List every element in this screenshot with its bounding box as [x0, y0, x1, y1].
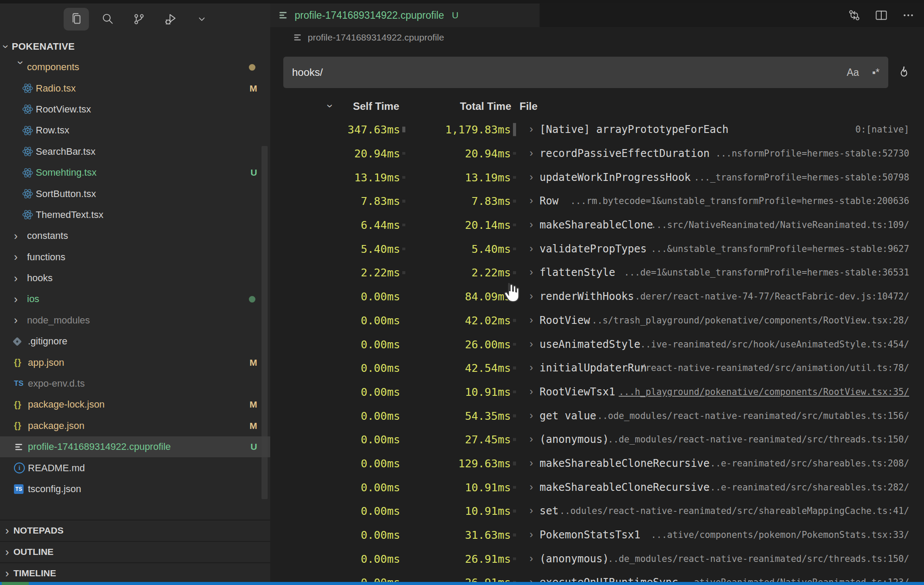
- expand-chevron-icon[interactable]: ›: [530, 385, 533, 398]
- more-views-chevron-icon[interactable]: [189, 8, 214, 31]
- split-editor-icon[interactable]: [872, 6, 891, 25]
- expand-chevron-icon[interactable]: ›: [530, 242, 533, 255]
- filter-input[interactable]: hooks/ Aa ▪*: [283, 57, 888, 88]
- tree-item[interactable]: profile-1741689314922.cpuprofile U: [0, 436, 270, 457]
- profile-row[interactable]: 13.19ms 13.19ms › updateWorkInProgressHo…: [270, 165, 924, 189]
- expand-chevron-icon[interactable]: ›: [530, 504, 533, 517]
- expand-chevron-icon[interactable]: ›: [530, 290, 533, 302]
- tree-item[interactable]: RootView.tsx: [0, 99, 270, 120]
- open-changes-icon[interactable]: [845, 6, 864, 25]
- expand-chevron-icon[interactable]: ›: [530, 457, 533, 469]
- expand-chevron-icon[interactable]: ›: [530, 481, 533, 493]
- tree-item[interactable]: › node_modules: [0, 310, 270, 331]
- expand-chevron-icon[interactable]: ›: [530, 361, 533, 374]
- explorer-icon[interactable]: [64, 8, 89, 31]
- file-location-link[interactable]: 0:[native]: [856, 124, 909, 135]
- profile-row[interactable]: 0.00ms 10.91ms › makeShareableCloneRecur…: [270, 475, 924, 499]
- column-file[interactable]: File: [520, 100, 537, 112]
- expand-chevron-icon[interactable]: ›: [530, 123, 533, 135]
- file-location-link[interactable]: ...ode_modules/react-native-reanimated/s…: [592, 411, 909, 421]
- profile-row[interactable]: 2.22ms 2.22ms › flattenStyle ...de=1&uns…: [270, 261, 924, 285]
- match-case-icon[interactable]: Aa: [847, 67, 859, 78]
- expand-chevron-icon[interactable]: ›: [530, 266, 533, 278]
- panel-notepads[interactable]: › NOTEPADS: [0, 520, 270, 540]
- file-location-link[interactable]: ...odules/react-native-reanimated/src/sh…: [554, 506, 909, 516]
- breadcrumb[interactable]: profile-1741689314922.cpuprofile: [270, 27, 924, 48]
- file-location-link[interactable]: ...src/NativeReanimated/NativeReanimated…: [651, 220, 909, 230]
- profile-row[interactable]: 0.00ms 10.91ms › RootViewTsx1 ...h_playg…: [270, 380, 924, 404]
- tree-item[interactable]: › functions: [0, 247, 270, 268]
- file-location-link[interactable]: .../react-native-reanimated/src/animatio…: [624, 363, 909, 373]
- profile-row[interactable]: 6.44ms 20.14ms › makeShareableClone ...s…: [270, 213, 924, 237]
- tree-item[interactable]: {} package-lock.json M: [0, 394, 270, 415]
- file-location-link[interactable]: ...rm.bytecode=1&unstable_transformProfi…: [570, 196, 909, 206]
- file-location-link[interactable]: ...h_playground/pokenative/components/Ro…: [619, 387, 909, 397]
- file-location-link[interactable]: ...s/trash_playground/pokenative/compone…: [586, 315, 909, 326]
- tree-item[interactable]: Radio.tsx M: [0, 78, 270, 99]
- tree-item[interactable]: ThemedText.tsx: [0, 204, 270, 225]
- expand-chevron-icon[interactable]: ›: [530, 147, 533, 159]
- profile-row[interactable]: 0.00ms 26.91ms › (anonymous) ...de_modul…: [270, 547, 924, 571]
- run-debug-icon[interactable]: [158, 8, 183, 31]
- tree-item[interactable]: {} package.json M: [0, 415, 270, 436]
- file-location-link[interactable]: ...ive-reanimated/src/hook/useAnimatedSt…: [635, 339, 909, 350]
- profile-row[interactable]: 0.00ms 26.00ms › useAnimatedStyle ...ive…: [270, 332, 924, 356]
- expand-chevron-icon[interactable]: ›: [530, 576, 533, 582]
- explorer-section-header[interactable]: › POKENATIVE: [4, 41, 75, 52]
- file-location-link[interactable]: ..._transformProfile=hermes-stable:50798: [694, 172, 909, 183]
- regex-icon[interactable]: ▪*: [872, 67, 880, 78]
- sidebar-scrollbar[interactable]: [262, 146, 268, 499]
- flame-graph-icon[interactable]: [893, 61, 915, 84]
- profile-row[interactable]: 5.40ms 5.40ms › validatePropTypes ...&un…: [270, 237, 924, 261]
- expand-chevron-icon[interactable]: ›: [530, 409, 533, 421]
- expand-chevron-icon[interactable]: ›: [530, 528, 533, 541]
- search-icon[interactable]: [95, 8, 120, 31]
- tree-item[interactable]: .gitignore: [0, 331, 270, 352]
- tree-item[interactable]: › ios: [0, 289, 270, 310]
- column-self-time[interactable]: Self Time: [270, 100, 399, 112]
- file-location-link[interactable]: ...&unstable_transformProfile=hermes-sta…: [651, 244, 909, 254]
- expand-chevron-icon[interactable]: ›: [530, 552, 533, 565]
- profile-row[interactable]: 0.00ms 129.63ms › makeShareableCloneRecu…: [270, 452, 924, 476]
- expand-chevron-icon[interactable]: ›: [530, 314, 533, 326]
- column-total-time[interactable]: Total Time: [401, 100, 511, 112]
- profile-row[interactable]: 0.00ms 42.02ms › RootView ...s/trash_pla…: [270, 309, 924, 333]
- profile-row[interactable]: 0.00ms 31.63ms › PokemonStatsTsx1 ...ati…: [270, 523, 924, 547]
- file-location-link[interactable]: ...e-reanimated/src/shareables.ts:282/: [705, 482, 909, 493]
- tree-item[interactable]: › hooks: [0, 268, 270, 289]
- tree-item[interactable]: TS tsconfig.json: [0, 479, 270, 500]
- tree-item[interactable]: Somehting.tsx U: [0, 162, 270, 183]
- profile-row[interactable]: 20.94ms 20.94ms › recordPassiveEffectDur…: [270, 142, 924, 166]
- tree-item[interactable]: TS expo-env.d.ts: [0, 373, 270, 394]
- file-location-link[interactable]: ...de_modules/react-native-reanimated/sr…: [603, 434, 910, 445]
- tree-item[interactable]: SortButton.tsx: [0, 183, 270, 204]
- profile-row[interactable]: 0.00ms 27.45ms › (anonymous) ...de_modul…: [270, 428, 924, 452]
- profile-row[interactable]: 0.00ms 42.54ms › initialUpdaterRun .../r…: [270, 356, 924, 380]
- profile-row[interactable]: 0.00ms 84.09ms › renderWithHooks ...dere…: [270, 285, 924, 309]
- expand-chevron-icon[interactable]: ›: [530, 171, 533, 183]
- source-control-icon[interactable]: [126, 8, 152, 31]
- tree-item[interactable]: i README.md: [0, 457, 270, 478]
- tree-item[interactable]: SearchBar.tsx: [0, 141, 270, 162]
- profile-row[interactable]: 347.63ms 1,179.83ms › [Native] arrayProt…: [270, 118, 924, 142]
- tab-cpuprofile[interactable]: profile-1741689314922.cpuprofile U: [270, 3, 540, 27]
- file-location-link[interactable]: ...ative/components/pokemon/PokemonStats…: [651, 530, 909, 540]
- file-location-link[interactable]: ...de_modules/react-native-reanimated/sr…: [603, 554, 910, 564]
- tree-item[interactable]: Row.tsx: [0, 120, 270, 141]
- tree-item[interactable]: › constants: [0, 225, 270, 246]
- profile-row[interactable]: 0.00ms 10.91ms › set ...odules/react-nat…: [270, 499, 924, 523]
- panel-outline[interactable]: › OUTLINE: [0, 541, 270, 561]
- tree-item[interactable]: › components: [0, 57, 270, 78]
- file-location-link[interactable]: ...de=1&unstable_transformProfile=hermes…: [624, 267, 909, 278]
- file-location-link[interactable]: ...derer/react-native-74-77/ReactFabric-…: [624, 291, 909, 302]
- profile-row[interactable]: 0.00ms 26.91ms › executeOnUIRuntimeSync …: [270, 571, 924, 582]
- tree-item[interactable]: {} app.json M: [0, 352, 270, 373]
- profile-row[interactable]: 7.83ms 7.83ms › Row ...rm.bytecode=1&uns…: [270, 189, 924, 213]
- profile-row[interactable]: 0.00ms 54.35ms › get value ...ode_module…: [270, 404, 924, 428]
- panel-timeline[interactable]: › TIMELINE: [0, 562, 270, 582]
- expand-chevron-icon[interactable]: ›: [530, 218, 533, 231]
- more-actions-icon[interactable]: [899, 6, 918, 25]
- expand-chevron-icon[interactable]: ›: [530, 337, 533, 350]
- expand-chevron-icon[interactable]: ›: [530, 433, 533, 445]
- file-location-link[interactable]: ...ativeReanimated/NativeReanimated.ts:1…: [678, 577, 909, 582]
